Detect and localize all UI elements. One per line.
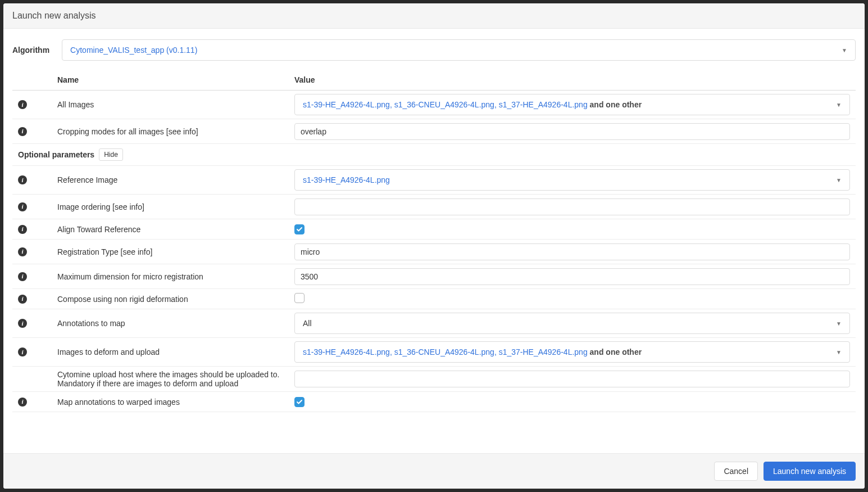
info-icon[interactable]: i bbox=[18, 295, 27, 304]
info-icon[interactable]: i bbox=[18, 347, 27, 356]
info-icon[interactable]: i bbox=[18, 319, 27, 328]
all-images-value-suffix: and one other bbox=[588, 100, 642, 109]
param-label: Compose using non rigid deformation bbox=[57, 295, 188, 304]
param-upload-host: Cytomine upload host where the images sh… bbox=[12, 367, 856, 392]
info-icon[interactable]: i bbox=[18, 247, 27, 256]
chevron-down-icon: ▼ bbox=[836, 177, 842, 183]
chevron-down-icon: ▼ bbox=[842, 47, 847, 53]
param-cropping: i Cropping modes for all images [see inf… bbox=[12, 119, 856, 144]
info-icon[interactable]: i bbox=[18, 398, 27, 407]
modal-header: Launch new analysis bbox=[3, 3, 865, 29]
upload-host-input[interactable] bbox=[294, 371, 850, 387]
column-name: Name bbox=[57, 75, 294, 84]
registration-type-input[interactable] bbox=[294, 243, 850, 260]
max-dimension-input[interactable] bbox=[294, 268, 850, 285]
param-label: Map annotations to warped images bbox=[57, 398, 180, 407]
param-map-annotations: i Map annotations to warped images bbox=[12, 392, 856, 412]
cancel-button[interactable]: Cancel bbox=[714, 462, 758, 481]
algorithm-value: Cytomine_VALIS_test_app (v0.1.11) bbox=[70, 46, 197, 55]
info-icon[interactable]: i bbox=[18, 127, 27, 136]
param-reference-image: i Reference Image s1-39-HE_A4926-4L.png … bbox=[12, 166, 856, 195]
param-label: Image ordering [see info] bbox=[57, 202, 144, 211]
all-images-dropdown[interactable]: s1-39-HE_A4926-4L.png, s1_36-CNEU_A4926-… bbox=[294, 94, 850, 115]
param-registration-type: i Registration Type [see info] bbox=[12, 240, 856, 264]
compose-nonrigid-checkbox[interactable] bbox=[294, 293, 305, 303]
annotations-to-map-value: All bbox=[303, 319, 312, 328]
info-icon[interactable]: i bbox=[18, 272, 27, 281]
info-icon[interactable]: i bbox=[18, 175, 27, 184]
optional-params-section: Optional parameters Hide bbox=[12, 144, 856, 166]
param-label: Align Toward Reference bbox=[57, 225, 140, 234]
param-label: Cytomine upload host where the images sh… bbox=[57, 370, 279, 388]
launch-analysis-modal: Launch new analysis Algorithm Cytomine_V… bbox=[3, 3, 865, 489]
launch-button[interactable]: Launch new analysis bbox=[764, 462, 856, 481]
chevron-down-icon: ▼ bbox=[836, 321, 842, 327]
images-deform-value-link: s1-39-HE_A4926-4L.png, s1_36-CNEU_A4926-… bbox=[303, 347, 588, 356]
cropping-input[interactable] bbox=[294, 123, 850, 140]
param-compose-nonrigid: i Compose using non rigid deformation bbox=[12, 289, 856, 309]
align-toward-reference-checkbox[interactable] bbox=[294, 224, 305, 234]
param-annotations-to-map: i Annotations to map All ▼ bbox=[12, 309, 856, 338]
images-deform-dropdown[interactable]: s1-39-HE_A4926-4L.png, s1_36-CNEU_A4926-… bbox=[294, 341, 850, 363]
annotations-to-map-dropdown[interactable]: All ▼ bbox=[294, 313, 850, 334]
modal-title: Launch new analysis bbox=[12, 11, 96, 20]
chevron-down-icon: ▼ bbox=[836, 102, 842, 108]
param-align-toward-reference: i Align Toward Reference bbox=[12, 219, 856, 240]
param-images-deform: i Images to deform and upload s1-39-HE_A… bbox=[12, 338, 856, 367]
param-label: All Images bbox=[57, 100, 94, 109]
info-icon[interactable]: i bbox=[18, 100, 27, 109]
params-header: Name Value bbox=[12, 70, 856, 91]
column-value: Value bbox=[294, 75, 856, 84]
map-annotations-checkbox[interactable] bbox=[294, 397, 305, 407]
images-deform-value-suffix: and one other bbox=[588, 347, 642, 356]
info-icon[interactable]: i bbox=[18, 225, 27, 234]
image-ordering-input[interactable] bbox=[294, 198, 850, 215]
param-label: Annotations to map bbox=[57, 319, 125, 328]
param-max-dimension: i Maximum dimension for micro registrati… bbox=[12, 264, 856, 289]
reference-image-dropdown[interactable]: s1-39-HE_A4926-4L.png ▼ bbox=[294, 169, 850, 191]
info-icon[interactable]: i bbox=[18, 202, 27, 211]
modal-body: Algorithm Cytomine_VALIS_test_app (v0.1.… bbox=[3, 29, 865, 453]
all-images-value-link: s1-39-HE_A4926-4L.png, s1_36-CNEU_A4926-… bbox=[303, 100, 588, 109]
algorithm-label: Algorithm bbox=[12, 46, 49, 55]
param-label: Reference Image bbox=[57, 175, 117, 184]
hide-optional-button[interactable]: Hide bbox=[99, 148, 123, 161]
chevron-down-icon: ▼ bbox=[836, 349, 842, 355]
param-image-ordering: i Image ordering [see info] bbox=[12, 195, 856, 219]
modal-footer: Cancel Launch new analysis bbox=[3, 453, 865, 489]
param-label: Maximum dimension for micro registration bbox=[57, 272, 203, 281]
param-label: Registration Type [see info] bbox=[57, 247, 152, 256]
param-label: Images to deform and upload bbox=[57, 347, 160, 356]
reference-image-value: s1-39-HE_A4926-4L.png bbox=[303, 175, 390, 184]
optional-params-label: Optional parameters bbox=[18, 150, 94, 159]
algorithm-row: Algorithm Cytomine_VALIS_test_app (v0.1.… bbox=[12, 39, 856, 61]
param-all-images: i All Images s1-39-HE_A4926-4L.png, s1_3… bbox=[12, 91, 856, 119]
algorithm-dropdown[interactable]: Cytomine_VALIS_test_app (v0.1.11) ▼ bbox=[62, 39, 856, 61]
param-label: Cropping modes for all images [see info] bbox=[57, 127, 198, 136]
